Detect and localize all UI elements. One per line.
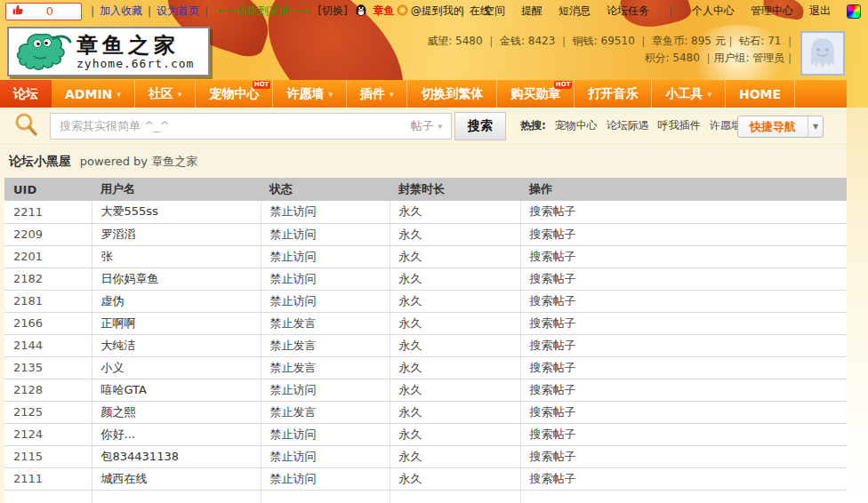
search-posts-link[interactable]: 搜索帖子 <box>530 272 576 285</box>
column-header: 操作 <box>520 178 847 201</box>
nav-item-7[interactable]: 购买勋章HOT <box>497 80 575 108</box>
cell-action: 搜索帖子 <box>520 223 847 245</box>
search-input[interactable] <box>51 115 401 138</box>
nav-item-9[interactable]: 小工具▾ <box>652 80 726 108</box>
search-posts-link[interactable]: 搜索帖子 <box>530 204 576 218</box>
chevron-down-icon[interactable]: ▼ <box>808 116 823 137</box>
nav-item-8[interactable]: 打开音乐 <box>575 80 652 108</box>
search-posts-link[interactable]: 搜索帖子 <box>530 339 576 352</box>
search-scope-dropdown[interactable]: 帖子 ▾ <box>401 118 451 134</box>
search-posts-link[interactable]: 搜索帖子 <box>530 294 576 307</box>
cell-action: 搜索帖子 <box>520 445 847 467</box>
search-posts-link[interactable]: 搜索帖子 <box>530 405 576 419</box>
cell-uid: 2182 <box>4 267 92 290</box>
cell-username: 嘻哈GTA <box>92 379 261 401</box>
cell-duration: 永久 <box>390 245 520 267</box>
hot-search-link[interactable]: 论坛际遇 <box>607 118 649 133</box>
cell-action: 搜索帖子 <box>520 379 847 401</box>
cell-status: 禁止访问 <box>261 290 390 312</box>
cell-username: 小义 <box>92 356 261 379</box>
nav-item-5[interactable]: 插件▾ <box>347 80 408 108</box>
topbar-right: | 空间提醒短消息论坛任务 | 个人中心管理中心退出 <box>457 0 861 22</box>
ghost-avatar-icon <box>807 36 839 71</box>
set-homepage-link[interactable]: 设为首页 <box>157 4 199 19</box>
medal-icon <box>397 4 408 19</box>
search-button[interactable]: 搜索 <box>454 112 506 140</box>
nav-item-label: 宠物中心 <box>209 86 259 102</box>
cell-username: 包834431138 <box>92 445 261 467</box>
topbar-link[interactable]: 空间 <box>484 4 505 19</box>
hot-badge: HOT <box>554 81 573 89</box>
chevron-down-icon: ▾ <box>390 90 394 99</box>
page-title: 论坛小黑屋 <box>9 154 71 168</box>
nav-item-0[interactable]: 论坛 <box>0 80 52 108</box>
nav-item-label: 许愿墙 <box>286 86 324 102</box>
nav-item-label: HOME <box>739 87 781 101</box>
nav-item-3[interactable]: 宠物中心HOT <box>196 80 273 108</box>
separator: | <box>91 5 94 18</box>
thumbs-up-icon <box>12 4 24 19</box>
cell-status: 禁止访问 <box>261 423 390 445</box>
nav-item-10[interactable]: HOME <box>726 80 795 108</box>
quick-nav-button[interactable]: 快捷导航 ▼ <box>737 116 824 138</box>
cell-uid: 2111 <box>4 467 92 490</box>
chevron-down-icon: ▾ <box>328 90 333 99</box>
cell-action: 搜索帖子 <box>520 312 847 334</box>
search-posts-link[interactable]: 搜索帖子 <box>530 383 576 396</box>
cell-action: 搜索帖子 <box>520 467 847 490</box>
site-logo[interactable]: 章鱼之家 zyhome.66rt.com <box>7 27 210 76</box>
cell-duration: 永久 <box>390 312 520 334</box>
table-row: 2182日你妈章鱼禁止访问永久搜索帖子 <box>4 267 847 290</box>
search-posts-link[interactable]: 搜索帖子 <box>530 450 576 463</box>
site-name: 章鱼之家 <box>76 34 194 57</box>
add-favorite-link[interactable]: 加入收藏 <box>100 4 142 19</box>
avatar[interactable] <box>800 31 845 76</box>
switch-link[interactable]: [切换] <box>317 4 347 19</box>
nav-item-1[interactable]: ADMIN▾ <box>52 80 135 108</box>
search-posts-link[interactable]: 搜索帖子 <box>530 250 576 263</box>
mentions-link[interactable]: @提到我的 <box>411 4 464 19</box>
rainbow-extension-icon[interactable] <box>847 4 861 19</box>
cell-uid: 2144 <box>4 334 92 356</box>
qq-icon[interactable] <box>354 3 368 20</box>
cell-username: 罗滔滔 <box>92 223 261 245</box>
nav-item-6[interactable]: 切换到繁体 <box>407 80 497 108</box>
topbar-link[interactable]: 短消息 <box>559 4 591 19</box>
topbar-link[interactable]: 提醒 <box>521 4 542 19</box>
cell-status: 禁止发言 <box>261 401 390 423</box>
table-row: 2144大纯洁禁止发言永久搜索帖子 <box>4 334 847 356</box>
current-user-link[interactable]: 章鱼 <box>374 4 395 19</box>
cell-duration: 永久 <box>390 334 520 356</box>
cell-duration: 永久 <box>390 423 520 445</box>
search-posts-link[interactable]: 搜索帖子 <box>530 316 576 330</box>
topbar-link[interactable]: 退出 <box>809 4 831 19</box>
table-row: 2135小义禁止发言永久搜索帖子 <box>4 356 847 379</box>
table-row: 2181虚伪禁止访问永久搜索帖子 <box>4 290 847 312</box>
cell-uid: 2166 <box>4 312 92 334</box>
table-row: 2115包834431138禁止访问永久搜索帖子 <box>4 445 847 467</box>
cell-status: 禁止发言 <box>261 356 390 379</box>
user-stats-line2: 积分: 5480 ｜用户组: 管理员｜ <box>427 50 795 67</box>
search-posts-link[interactable]: 搜索帖子 <box>530 427 576 441</box>
like-widget[interactable]: 0 <box>5 3 82 20</box>
cell-uid: 2125 <box>4 401 92 423</box>
search-posts-link[interactable]: 搜索帖子 <box>530 361 576 374</box>
hot-search-link[interactable]: 呼我插件 <box>658 118 701 133</box>
topbar-link[interactable]: 论坛任务 <box>607 4 649 19</box>
hot-search-link[interactable]: 宠物中心 <box>555 118 598 133</box>
topbar-link[interactable]: 管理中心 <box>751 4 793 19</box>
logo-text: 章鱼之家 zyhome.66rt.com <box>76 34 194 70</box>
table-row: 2166正啊啊禁止发言永久搜索帖子 <box>4 312 847 334</box>
nav-item-4[interactable]: 许愿墙▾ <box>273 80 347 108</box>
table-row-partial <box>4 490 847 503</box>
cell-action: 搜索帖子 <box>520 267 847 290</box>
search-posts-link[interactable]: 搜索帖子 <box>530 472 576 485</box>
cell-status: 禁止发言 <box>261 312 390 334</box>
search-posts-link[interactable]: 搜索帖子 <box>530 228 576 241</box>
nav-item-2[interactable]: 社区▾ <box>135 80 197 108</box>
column-header: 状态 <box>261 178 390 201</box>
cell-username: 你好... <box>92 423 261 445</box>
cell-empty <box>4 490 92 503</box>
topbar-link[interactable]: 个人中心 <box>692 4 735 19</box>
table-row: 2125颜之熙禁止发言永久搜索帖子 <box>4 401 847 423</box>
